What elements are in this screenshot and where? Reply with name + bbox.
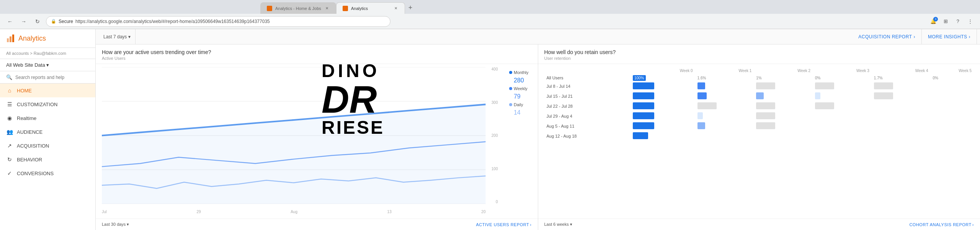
tab-close-inactive[interactable]: ✕ (324, 6, 330, 11)
pct-w5: 0% (933, 76, 938, 80)
new-tab-button[interactable]: + (405, 2, 416, 13)
active-users-subtitle: Active Users (102, 56, 532, 61)
sidebar-item-behavior[interactable]: ↻ BEHAVIOR (0, 153, 95, 166)
cohort-report-link[interactable]: COHORT ANALYSIS REPORT › (909, 222, 974, 227)
home-icon: ⌂ (6, 87, 13, 94)
retention-table: Week 0 Week 1 Week 2 Week 3 Week 4 Week … (544, 67, 974, 141)
all-users-w1: 1.6% (695, 74, 754, 81)
cohort-4-w2 (754, 111, 813, 121)
sidebar-title: Analytics (18, 34, 46, 43)
menu-button[interactable]: ⋮ (965, 16, 975, 27)
tab-close-active[interactable]: ✕ (393, 6, 399, 11)
cohort-6-w1 (695, 131, 754, 141)
active-users-chart (102, 67, 486, 204)
svg-rect-2 (12, 34, 14, 42)
cohort-4-w1-block (697, 112, 703, 119)
sidebar-item-home-label: HOME (17, 88, 32, 94)
tab-inactive[interactable]: Analytics - Home & Jobst... ✕ (260, 2, 336, 14)
cohort-3-w2 (754, 101, 813, 111)
url-bar[interactable]: 🔒 Secure https://analytics.google.com/an… (46, 16, 390, 27)
back-button[interactable]: ← (5, 16, 15, 27)
cohort-label-3: Jul 22 - Jul 28 (544, 101, 630, 111)
property-dropdown-sidebar[interactable]: All Web Site Data ▾ (0, 59, 95, 71)
cohort-label-1: Jul 8 - Jul 14 (544, 81, 630, 91)
pct-w4: 1.7% (874, 76, 883, 80)
legend-value-monthly: 280 (514, 77, 529, 84)
sidebar-item-behavior-label: BEHAVIOR (17, 157, 42, 163)
x-label-jul: Jul (102, 210, 107, 214)
cohort-2-w1-block (697, 92, 707, 99)
cohort-1-w0 (630, 81, 695, 91)
y-label-100: 100 (492, 167, 498, 171)
sidebar-item-customization-label: CUSTOMIZATION (17, 102, 57, 107)
pct-w1: 1.6% (697, 76, 706, 80)
legend-monthly: Monthly (509, 70, 529, 75)
more-insights-link[interactable]: MORE INSIGHTS › (922, 29, 977, 44)
sidebar-item-acquisition-label: ACQUISITION (17, 143, 49, 149)
acquisition-report-link[interactable]: ACQUISITION REPORT › (852, 29, 922, 44)
sidebar-item-conversions-label: CONVERSIONS (17, 171, 54, 176)
apps-button[interactable]: ⊞ (940, 16, 951, 27)
cohort-2-w0-block (633, 92, 654, 99)
col-header-week5: Week 5 (931, 67, 974, 74)
tab-active[interactable]: Analytics ✕ (336, 2, 405, 14)
sidebar-item-customization[interactable]: ☰ CUSTOMIZATION (0, 97, 95, 111)
cohort-3-w3-block (815, 102, 834, 109)
legend-weekly: Weekly (509, 86, 529, 91)
cohort-6-w0-block (633, 132, 648, 139)
cohort-1-w5 (931, 81, 974, 91)
help-button[interactable]: ? (952, 16, 963, 27)
active-users-body: Monthly 280 Weekly 79 Dail (96, 64, 538, 219)
cohort-2-w4 (872, 91, 931, 101)
property-label: All Web Site Data ▾ (6, 62, 49, 68)
tab-label-inactive: Analytics - Home & Jobst... (275, 6, 321, 11)
svg-rect-1 (10, 36, 11, 42)
x-label-13: 13 (387, 210, 392, 214)
customization-icon: ☰ (6, 101, 13, 107)
notification-button[interactable]: 🔔 3 (928, 16, 939, 27)
y-label-300: 300 (492, 100, 498, 105)
x-axis: Jul 29 Aug 13 20 (102, 210, 486, 214)
cohort-1-w3-block (815, 82, 834, 89)
cohort-row-1: Jul 8 - Jul 14 (544, 81, 974, 91)
active-users-report-link[interactable]: ACTIVE USERS REPORT › (476, 222, 531, 227)
sidebar-item-realtime[interactable]: ◉ Realtime (0, 111, 95, 125)
col-header-week3: Week 3 (813, 67, 872, 74)
cohort-1-w2-block (756, 82, 775, 89)
pct-w3: 0% (815, 76, 820, 80)
sidebar-item-acquisition[interactable]: ↗ ACQUISITION (0, 139, 95, 153)
sidebar-item-home[interactable]: ⌂ HOME (0, 84, 95, 97)
retention-footer-date[interactable]: Last 6 weeks ▾ (544, 222, 572, 227)
analytics-logo-icon (6, 34, 15, 43)
cohort-2-w4-block (874, 92, 893, 99)
date-selector[interactable]: Last 7 days ▾ (99, 29, 136, 44)
search-input[interactable] (15, 75, 89, 80)
sidebar-item-audience[interactable]: 👥 AUDIENCE (0, 125, 95, 139)
cohort-report-label: COHORT ANALYSIS REPORT (909, 222, 971, 227)
active-users-footer-date[interactable]: Last 30 days ▾ (102, 222, 129, 227)
lock-icon: 🔒 (51, 19, 56, 24)
active-users-report-arrow: › (530, 222, 531, 227)
legend-dot-daily (509, 103, 512, 106)
cohort-row-4: Jul 29 - Aug 4 (544, 111, 974, 121)
cohort-label-4: Jul 29 - Aug 4 (544, 111, 630, 121)
cohort-3-w4 (872, 101, 931, 111)
acquisition-report-label: ACQUISITION REPORT (858, 34, 912, 39)
cohort-1-w0-block (633, 82, 654, 89)
retention-footer: Last 6 weeks ▾ COHORT ANALYSIS REPORT › (538, 219, 980, 230)
cohort-3-w3 (813, 101, 872, 111)
forward-button[interactable]: → (18, 16, 29, 27)
reload-button[interactable]: ↻ (32, 16, 43, 27)
breadcrumb-text: All accounts > Rau@fabkm.com (6, 51, 66, 56)
tab-bar: Analytics - Home & Jobst... ✕ Analytics … (0, 0, 980, 14)
active-users-date-label: Last 30 days ▾ (102, 222, 129, 227)
cohort-row-5: Aug 5 - Aug 11 (544, 121, 974, 131)
cohort-4-w0 (630, 111, 695, 121)
cohort-3-w2-block (756, 102, 775, 109)
sidebar-item-conversions[interactable]: ✓ CONVERSIONS (0, 166, 95, 180)
sidebar: Analytics All accounts > Rau@fabkm.com A… (0, 29, 96, 230)
tab-favicon-inactive (267, 6, 272, 11)
property-selector[interactable]: All accounts > Rau@fabkm.com (0, 48, 95, 59)
col-header-week1: Week 1 (695, 67, 754, 74)
sidebar-header: Analytics (0, 29, 95, 48)
